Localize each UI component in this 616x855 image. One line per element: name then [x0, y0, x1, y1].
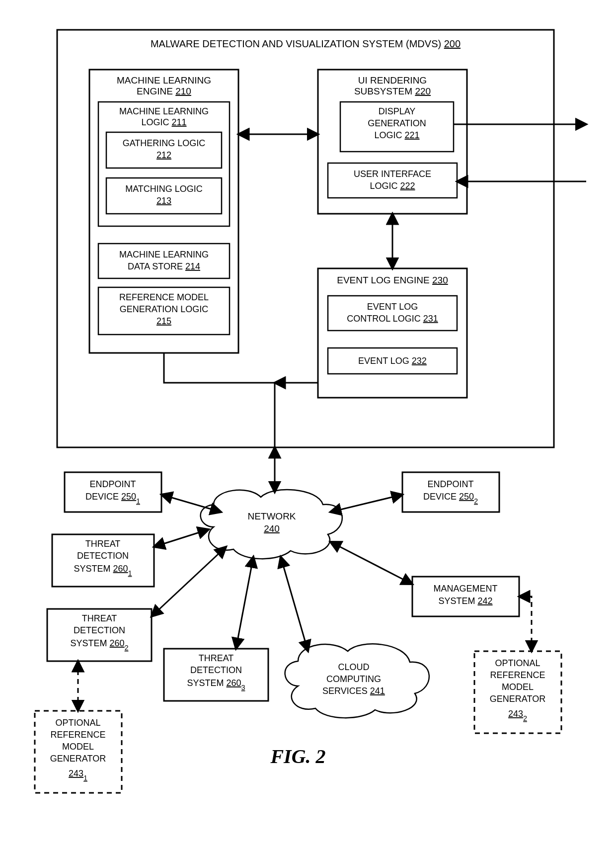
optref2-l2: REFERENCE — [490, 670, 545, 680]
refmodel-ref: 215 — [156, 316, 171, 326]
evt-ctrl-l2: CONTROL LOGIC 231 — [347, 314, 438, 324]
ui-logic-box — [328, 163, 457, 198]
event-ctrl-box — [328, 296, 457, 331]
mgmt-l2: SYSTEM 242 — [438, 596, 492, 606]
ml-logic-title-l1: MACHINE LEARNING — [119, 106, 209, 116]
ml-logic-title-l2: LOGIC 211 — [141, 117, 186, 127]
threat2-l1: THREAT — [82, 613, 117, 623]
ml-engine-title-l1: MACHINE LEARNING — [117, 75, 211, 86]
optref1-l4: GENERATOR — [50, 754, 106, 764]
ml-engine-title-l2: ENGINE 210 — [137, 86, 191, 96]
refmodel-title-l2: GENERATION LOGIC — [120, 304, 209, 314]
refmodel-title-l1: REFERENCE MODEL — [119, 292, 209, 302]
ml-store-box — [98, 244, 230, 278]
svg-line-9 — [152, 547, 226, 616]
network-title: NETWORK — [247, 511, 296, 521]
endpoint2-l1: ENDPOINT — [427, 479, 473, 489]
svg-line-7 — [330, 495, 402, 512]
cloud-l3: SERVICES 241 — [322, 686, 385, 696]
optref2-l4: GENERATOR — [490, 694, 545, 704]
ml-store-title-l2: DATA STORE 214 — [128, 261, 200, 271]
threat1-l2: DETECTION — [77, 551, 129, 561]
diagram-canvas: MALWARE DETECTION AND VISUALIZATION SYST… — [0, 0, 616, 855]
cloud-l1: CLOUD — [338, 662, 369, 672]
matching-ref: 213 — [156, 196, 171, 206]
ml-store-title-l1: MACHINE LEARNING — [119, 250, 209, 259]
evt-engine-title: EVENT LOG ENGINE 230 — [337, 275, 448, 285]
svg-line-8 — [154, 529, 209, 547]
display-gen-l3: LOGIC 221 — [374, 130, 419, 140]
figure-label: FIG. 2 — [270, 745, 325, 768]
threat3-l2: DETECTION — [190, 665, 242, 675]
optref1-l3: MODEL — [62, 742, 94, 752]
threat3-l1: THREAT — [199, 653, 234, 663]
ui-sub-title-l1: UI RENDERING — [358, 75, 427, 86]
optref2-l3: MODEL — [502, 682, 534, 692]
optref1-l2: REFERENCE — [50, 730, 105, 740]
endpoint1-l1: ENDPOINT — [89, 479, 136, 489]
threat2-l2: DETECTION — [74, 625, 125, 635]
optref1-l1: OPTIONAL — [55, 718, 100, 728]
network-cloud: NETWORK 240 — [201, 490, 342, 559]
gathering-ref: 212 — [156, 150, 171, 160]
cloud-l2: COMPUTING — [326, 674, 381, 684]
display-gen-l2: GENERATION — [368, 118, 426, 128]
optref2-l1: OPTIONAL — [495, 658, 540, 668]
network-ref: 240 — [264, 523, 280, 534]
svg-line-11 — [281, 557, 308, 651]
svg-line-12 — [330, 542, 412, 584]
mdvs-title: MALWARE DETECTION AND VISUALIZATION SYST… — [151, 38, 461, 49]
gathering-title: GATHERING LOGIC — [123, 138, 206, 148]
svg-line-6 — [161, 495, 221, 512]
evt-ctrl-l1: EVENT LOG — [367, 302, 418, 312]
cloud-services: CLOUD COMPUTING SERVICES 241 — [285, 644, 429, 718]
ui-sub-title-l2: SUBSYSTEM 220 — [354, 86, 431, 96]
ui-logic-l2: LOGIC 222 — [370, 181, 415, 191]
event-engine-box — [318, 268, 467, 398]
ui-logic-l1: USER INTERFACE — [354, 169, 431, 179]
mgmt-l1: MANAGEMENT — [433, 584, 497, 594]
threat1-l1: THREAT — [85, 539, 121, 549]
display-gen-l1: DISPLAY — [379, 106, 416, 116]
evt-log-title: EVENT LOG 232 — [358, 356, 427, 366]
matching-title: MATCHING LOGIC — [125, 184, 203, 194]
svg-line-10 — [236, 557, 253, 649]
